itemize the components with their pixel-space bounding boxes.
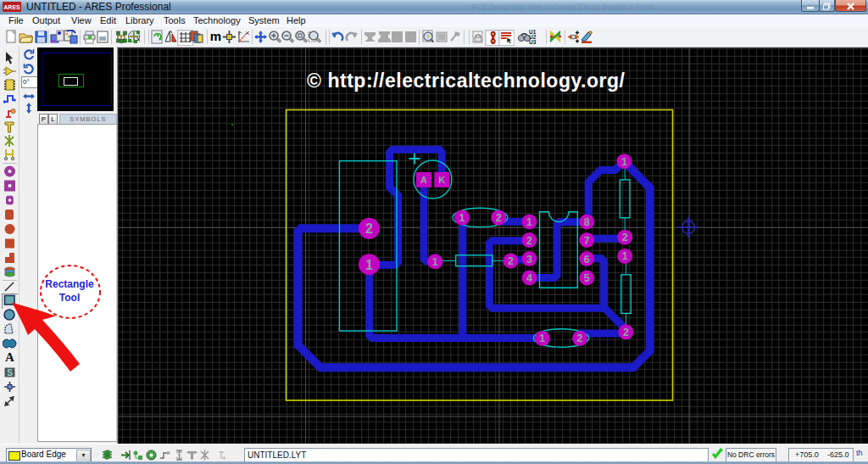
svg-text:8: 8 — [584, 216, 590, 228]
svg-text:ARES: ARES — [3, 4, 20, 10]
svg-text:6: 6 — [584, 254, 590, 266]
svg-text:2: 2 — [508, 255, 514, 267]
svg-text:3: 3 — [526, 254, 532, 266]
svg-text:7: 7 — [584, 235, 590, 247]
svg-text:1: 1 — [621, 156, 627, 168]
svg-text:A: A — [420, 175, 427, 185]
svg-text:2: 2 — [622, 232, 628, 243]
svg-text:2: 2 — [623, 327, 629, 338]
svg-text:1: 1 — [432, 256, 438, 268]
svg-text:1: 1 — [539, 333, 545, 344]
svg-text:1: 1 — [622, 250, 628, 262]
svg-text:1: 1 — [365, 258, 373, 272]
svg-text:2: 2 — [526, 235, 532, 247]
svg-text:4: 4 — [526, 272, 532, 284]
svg-text:© http://electricaltechnology.: © http://electricaltechnology.org/ — [307, 70, 626, 92]
svg-text:2: 2 — [496, 212, 502, 224]
svg-text:1: 1 — [526, 216, 532, 228]
svg-text:2: 2 — [365, 221, 373, 236]
svg-text:1: 1 — [459, 212, 465, 224]
svg-text:2: 2 — [577, 333, 583, 344]
svg-text:5: 5 — [584, 272, 590, 284]
svg-text:K: K — [438, 175, 445, 185]
